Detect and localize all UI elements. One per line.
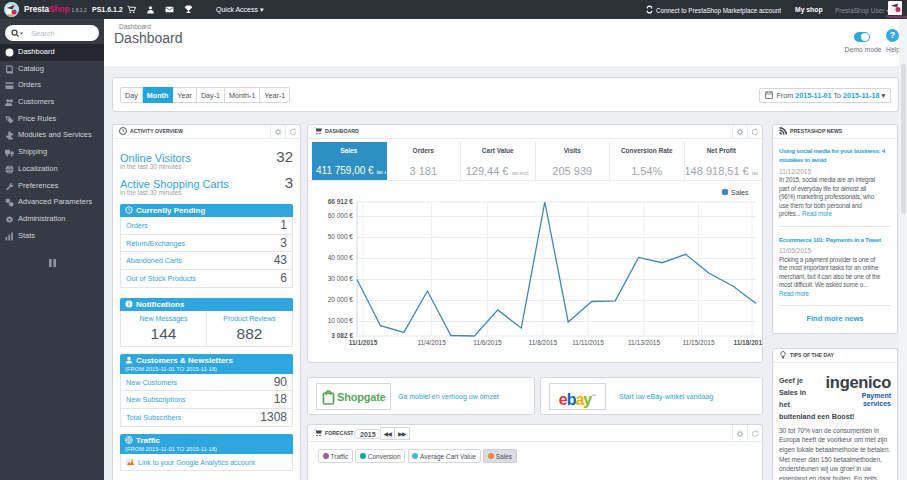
svg-text:11/15/2015: 11/15/2015: [682, 339, 714, 346]
svg-text:11/18/201: 11/18/201: [733, 339, 762, 346]
svg-text:10 000 €: 10 000 €: [328, 317, 354, 324]
svg-text:11/6/2015: 11/6/2015: [473, 339, 502, 346]
svg-text:Sales: Sales: [731, 189, 749, 196]
svg-text:3 082 €: 3 082 €: [331, 332, 353, 339]
svg-text:11/13/2015: 11/13/2015: [628, 339, 660, 346]
svg-text:30 000 €: 30 000 €: [328, 275, 354, 282]
svg-text:11/1/2015: 11/1/2015: [349, 339, 378, 346]
svg-text:11/4/2015: 11/4/2015: [417, 339, 446, 346]
svg-text:20 000 €: 20 000 €: [328, 296, 354, 303]
svg-text:60 000 €: 60 000 €: [328, 212, 354, 219]
svg-text:50 000 €: 50 000 €: [328, 233, 354, 240]
svg-text:11/8/2015: 11/8/2015: [529, 339, 558, 346]
svg-text:11/11/2015: 11/11/2015: [572, 339, 604, 346]
svg-text:66 912 €: 66 912 €: [328, 198, 354, 205]
svg-text:40 000 €: 40 000 €: [328, 254, 354, 261]
